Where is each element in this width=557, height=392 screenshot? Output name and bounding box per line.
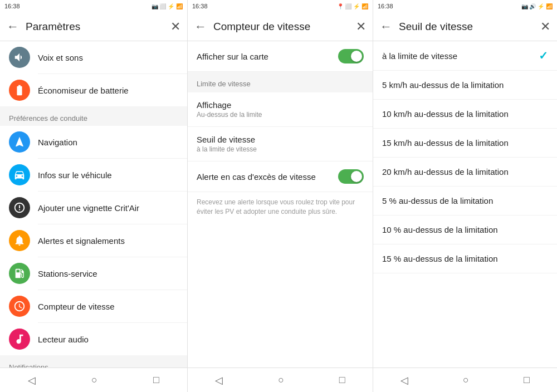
voix-label: Voix et sons (38, 53, 178, 62)
toggle-afficher[interactable] (338, 49, 364, 63)
check-mark-selected: ✓ (539, 49, 548, 62)
status-icons-left: 📷 ⬜ ⚡ 📶 (152, 3, 183, 9)
seuil-mid-sublabel: à la limite de vitesse (197, 145, 364, 153)
speed-option-label-0: à la limite de vitesse (382, 51, 539, 61)
affichage-label: Affichage (197, 100, 364, 110)
lecteur-text: Lecteur audio (38, 335, 178, 344)
item-alerts[interactable]: Alertes et signalements (0, 224, 187, 257)
alerts-text: Alertes et signalements (38, 236, 178, 246)
time-mid: 16:38 (192, 3, 208, 9)
compteur-text: Compteur de vitesse (38, 302, 178, 311)
icon-navigation (9, 131, 30, 153)
toggle-thumb-alerte (351, 171, 362, 182)
mid-content: Afficher sur la carte Limite de vitesse … (188, 41, 373, 367)
title-mid: Compteur de vitesse (213, 21, 356, 33)
toggle-thumb-afficher (351, 51, 362, 62)
icon-alerts (9, 230, 30, 251)
speed-option-4[interactable]: 20 km/h au-dessus de la limitation (373, 158, 557, 187)
nav-home-right[interactable]: ○ (452, 370, 480, 390)
item-alerte[interactable]: Alerte en cas d'excès de vitesse (188, 161, 373, 192)
alerte-info: Recevez une alerte lorsque vous roulez t… (188, 192, 373, 224)
status-bar-left: 16:38 📷 ⬜ ⚡ 📶 (0, 0, 187, 12)
nav-recent-left[interactable]: □ (142, 370, 170, 390)
icon-lecteur (9, 329, 30, 350)
item-affichage[interactable]: Affichage Au-dessus de la limite (188, 92, 373, 127)
vignette-text: Ajouter une vignette Crit'Air (38, 203, 178, 213)
panel-mid: 16:38 📍 ⬜ ⚡ 📶 ← Compteur de vitesse ✕ Af… (188, 0, 373, 392)
bottom-nav-right: ◁ ○ □ (373, 367, 557, 392)
status-bar-right: 16:38 📷 🔊 ⚡ 📶 (373, 0, 557, 12)
vehicle-label: Infos sur le véhicule (38, 170, 178, 180)
nav-back-right[interactable]: ◁ (389, 370, 419, 391)
stations-label: Stations-service (38, 269, 178, 278)
nav-back-mid[interactable]: ◁ (204, 370, 234, 391)
alerte-row: Alerte en cas d'excès de vitesse (197, 169, 364, 184)
icon-compteur (9, 296, 30, 317)
nav-back-left[interactable]: ◁ (17, 370, 47, 391)
back-button-right[interactable]: ← (380, 19, 392, 34)
status-icons-right: 📷 🔊 ⚡ 📶 (521, 3, 553, 9)
icon-battery (9, 80, 30, 101)
close-button-mid[interactable]: ✕ (356, 19, 366, 34)
time-left: 16:38 (4, 3, 20, 9)
title-right: Seuil de vitesse (399, 21, 540, 33)
close-button-right[interactable]: ✕ (540, 19, 550, 34)
speed-option-6[interactable]: 10 % au-dessus de la limitation (373, 215, 557, 244)
icon-vignette (9, 197, 30, 218)
affichage-sublabel: Au-dessus de la limite (197, 111, 364, 119)
battery-label: Économiseur de batterie (38, 86, 178, 95)
battery-text: Économiseur de batterie (38, 86, 178, 95)
item-vignette[interactable]: Ajouter une vignette Crit'Air (0, 192, 187, 224)
speed-option-label-6: 10 % au-dessus de la limitation (382, 225, 548, 234)
back-button-left[interactable]: ← (7, 19, 19, 34)
icon-voix (9, 47, 30, 68)
item-compteur[interactable]: Compteur de vitesse (0, 290, 187, 322)
speed-option-label-1: 5 km/h au-dessus de la limitation (382, 80, 548, 90)
voix-text: Voix et sons (38, 53, 178, 62)
close-button-left[interactable]: ✕ (170, 19, 180, 34)
speed-option-label-4: 20 km/h au-dessus de la limitation (382, 167, 548, 177)
bottom-nav-left: ◁ ○ □ (0, 367, 187, 392)
item-stations[interactable]: Stations-service (0, 257, 187, 290)
speed-option-label-2: 10 km/h au-dessus de la limitation (382, 109, 548, 119)
title-left: Paramètres (26, 21, 170, 33)
section-notifications: Notifications (0, 355, 187, 367)
time-right: 16:38 (378, 3, 393, 9)
speed-options-list: à la limite de vitesse ✓ 5 km/h au-dessu… (373, 41, 557, 273)
section-limite: Limite de vitesse (188, 72, 373, 92)
icon-stations (9, 263, 30, 284)
header-right: ← Seuil de vitesse ✕ (373, 12, 557, 41)
item-navigation[interactable]: Navigation (0, 126, 187, 158)
nav-home-left[interactable]: ○ (80, 370, 109, 390)
item-voix[interactable]: Voix et sons (0, 41, 187, 74)
speed-option-3[interactable]: 15 km/h au-dessus de la limitation (373, 129, 557, 158)
speed-option-2[interactable]: 10 km/h au-dessus de la limitation (373, 100, 557, 129)
alerte-label: Alerte en cas d'excès de vitesse (197, 172, 316, 182)
nav-home-mid[interactable]: ○ (267, 370, 295, 390)
item-lecteur[interactable]: Lecteur audio (0, 323, 187, 355)
status-bar-mid: 16:38 📍 ⬜ ⚡ 📶 (188, 0, 373, 12)
compteur-label: Compteur de vitesse (38, 302, 178, 311)
afficher-row: Afficher sur la carte (197, 49, 364, 63)
header-mid: ← Compteur de vitesse ✕ (188, 12, 373, 41)
item-battery[interactable]: Économiseur de batterie (0, 74, 187, 106)
speed-option-5[interactable]: 5 % au-dessus de la limitation (373, 187, 557, 215)
speed-option-label-3: 15 km/h au-dessus de la limitation (382, 138, 548, 148)
speed-option-label-5: 5 % au-dessus de la limitation (382, 196, 548, 205)
header-left: ← Paramètres ✕ (0, 12, 187, 41)
bottom-nav-mid: ◁ ○ □ (188, 367, 373, 392)
item-afficher[interactable]: Afficher sur la carte (188, 41, 373, 72)
back-button-mid[interactable]: ← (194, 19, 207, 34)
speed-option-7[interactable]: 15 % au-dessus de la limitation (373, 244, 557, 273)
item-seuil-mid[interactable]: Seuil de vitesse à la limite de vitesse (188, 127, 373, 161)
navigation-label: Navigation (38, 138, 178, 147)
nav-recent-mid[interactable]: □ (328, 370, 356, 390)
speed-option-1[interactable]: 5 km/h au-dessus de la limitation (373, 71, 557, 100)
nav-recent-right[interactable]: □ (512, 370, 541, 390)
speed-option-0[interactable]: à la limite de vitesse ✓ (373, 41, 557, 71)
speed-option-label-7: 15 % au-dessus de la limitation (382, 254, 548, 263)
toggle-alerte[interactable] (338, 169, 364, 184)
lecteur-label: Lecteur audio (38, 335, 178, 344)
panel-right: 16:38 📷 🔊 ⚡ 📶 ← Seuil de vitesse ✕ à la … (373, 0, 557, 392)
item-vehicle[interactable]: Infos sur le véhicule (0, 159, 187, 191)
